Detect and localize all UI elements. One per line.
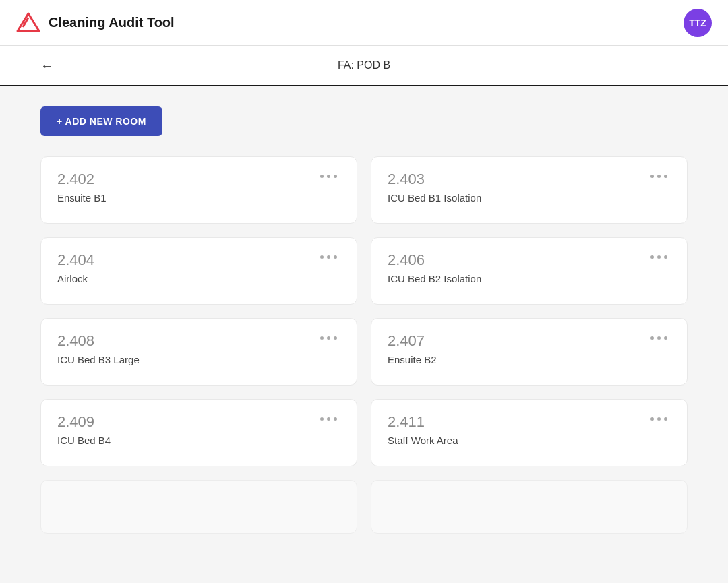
room-card-header: 2.406 ICU Bed B2 Isolation <box>388 251 673 284</box>
dots-icon <box>647 253 671 262</box>
room-number: 2.408 <box>57 332 140 350</box>
more-options-button[interactable] <box>314 332 343 344</box>
more-options-button[interactable] <box>314 251 343 263</box>
room-number: 2.403 <box>388 171 481 188</box>
room-number: 2.406 <box>388 251 481 269</box>
room-card-header: 2.404 Airlock <box>57 251 343 284</box>
room-info: 2.406 ICU Bed B2 Isolation <box>388 251 481 284</box>
dot1 <box>320 336 324 340</box>
room-info: 2.402 Ensuite B1 <box>57 171 107 204</box>
room-card[interactable]: 2.403 ICU Bed B1 Isolation <box>371 156 688 224</box>
room-info: 2.407 Ensuite B2 <box>388 332 437 365</box>
more-options-button[interactable] <box>644 171 673 182</box>
dot1 <box>650 417 654 421</box>
more-options-button[interactable] <box>314 171 343 182</box>
dots-icon <box>647 334 671 342</box>
room-card-header: 2.407 Ensuite B2 <box>388 332 673 365</box>
dot2 <box>327 255 330 259</box>
dot3 <box>334 175 337 178</box>
room-card-header: 2.402 Ensuite B1 <box>57 171 343 204</box>
dot2 <box>657 336 661 340</box>
room-card[interactable]: 2.407 Ensuite B2 <box>371 318 688 386</box>
more-options-button[interactable] <box>644 332 673 344</box>
dot1 <box>650 175 654 178</box>
dots-icon <box>647 172 671 181</box>
dot1 <box>320 417 324 421</box>
more-options-button[interactable] <box>314 413 343 425</box>
more-options-button[interactable] <box>644 251 673 263</box>
room-info: 2.408 ICU Bed B3 Large <box>57 332 140 365</box>
dot1 <box>320 175 324 178</box>
room-grid: 2.402 Ensuite B1 2.403 ICU Bed B1 Isolat… <box>40 156 688 534</box>
room-card[interactable]: 2.402 Ensuite B1 <box>40 156 357 224</box>
dot2 <box>327 175 330 178</box>
room-name: ICU Bed B1 Isolation <box>388 192 481 204</box>
room-info: 2.403 ICU Bed B1 Isolation <box>388 171 481 204</box>
dot2 <box>657 255 661 259</box>
back-button[interactable]: ← <box>40 58 54 73</box>
room-name: Airlock <box>57 273 94 284</box>
room-card[interactable] <box>40 480 357 534</box>
room-card[interactable]: 2.411 Staff Work Area <box>371 399 688 466</box>
dot3 <box>334 336 337 340</box>
dots-icon <box>317 172 340 181</box>
dot2 <box>657 417 661 421</box>
room-card-header: 2.403 ICU Bed B1 Isolation <box>388 171 673 204</box>
room-number: 2.404 <box>57 251 94 269</box>
room-card-header: 2.411 Staff Work Area <box>388 413 673 446</box>
svg-marker-0 <box>18 13 39 31</box>
app-header: Cleaning Audit Tool TTZ <box>0 0 728 46</box>
user-avatar[interactable]: TTZ <box>684 9 712 37</box>
dot1 <box>650 255 654 259</box>
room-info: 2.404 Airlock <box>57 251 94 284</box>
main-content: + ADD NEW ROOM 2.402 Ensuite B1 <box>0 86 728 554</box>
room-card[interactable]: 2.406 ICU Bed B2 Isolation <box>371 237 688 305</box>
room-card-header: 2.409 ICU Bed B4 <box>57 413 343 446</box>
room-card[interactable] <box>371 480 688 534</box>
room-name: Ensuite B2 <box>388 354 437 365</box>
room-name: ICU Bed B2 Isolation <box>388 273 481 284</box>
dot2 <box>657 175 661 178</box>
room-info: 2.411 Staff Work Area <box>388 413 458 446</box>
add-new-room-button[interactable]: + ADD NEW ROOM <box>40 106 162 136</box>
sub-header: ← FA: POD B <box>0 46 728 86</box>
dots-icon <box>647 415 671 423</box>
app-title: Cleaning Audit Tool <box>49 15 175 30</box>
room-name: ICU Bed B3 Large <box>57 354 140 365</box>
dots-icon <box>317 415 340 423</box>
header-left: Cleaning Audit Tool <box>16 11 175 35</box>
dots-icon <box>317 334 340 342</box>
dot3 <box>334 255 337 259</box>
room-card[interactable]: 2.409 ICU Bed B4 <box>40 399 357 466</box>
room-card[interactable]: 2.404 Airlock <box>40 237 357 305</box>
app-logo-icon <box>16 11 40 35</box>
room-info: 2.409 ICU Bed B4 <box>57 413 111 446</box>
dot3 <box>664 255 667 259</box>
room-name: ICU Bed B4 <box>57 435 111 446</box>
room-card-header: 2.408 ICU Bed B3 Large <box>57 332 343 365</box>
room-number: 2.411 <box>388 413 458 431</box>
room-card[interactable]: 2.408 ICU Bed B3 Large <box>40 318 357 386</box>
dot3 <box>664 336 667 340</box>
dot2 <box>327 417 330 421</box>
room-name: Staff Work Area <box>388 435 458 446</box>
dot1 <box>650 336 654 340</box>
room-number: 2.409 <box>57 413 111 431</box>
dot2 <box>327 336 330 340</box>
room-number: 2.402 <box>57 171 107 188</box>
dots-icon <box>317 253 340 262</box>
page-title: FA: POD B <box>338 59 390 71</box>
room-number: 2.407 <box>388 332 437 350</box>
room-name: Ensuite B1 <box>57 192 107 204</box>
dot3 <box>664 417 667 421</box>
dot3 <box>334 417 337 421</box>
dot1 <box>320 255 324 259</box>
dot3 <box>664 175 667 178</box>
more-options-button[interactable] <box>644 413 673 425</box>
